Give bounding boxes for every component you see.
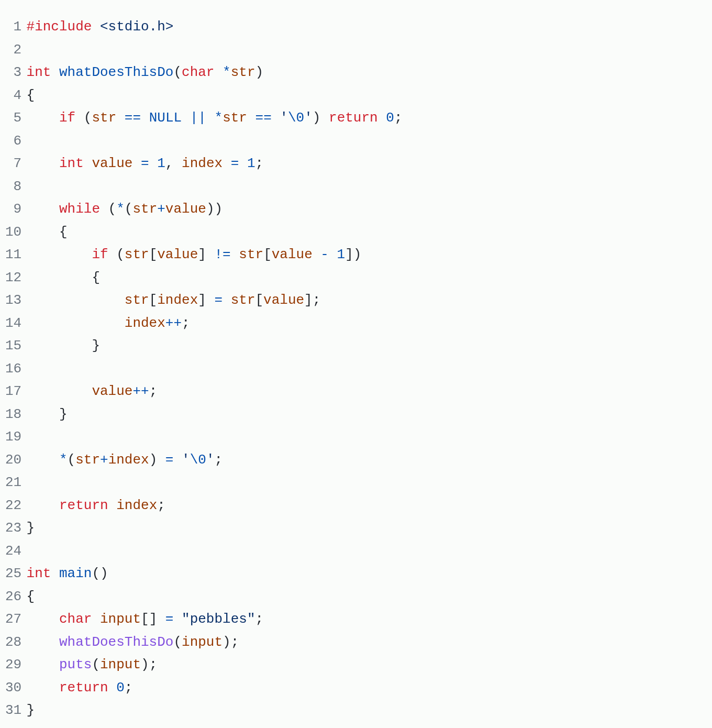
code-line: 24 xyxy=(5,540,707,563)
code-token xyxy=(27,657,59,672)
code-token: = xyxy=(231,156,239,171)
line-number: 24 xyxy=(5,540,21,563)
code-token: ); xyxy=(222,634,239,650)
code-token: = xyxy=(141,156,149,171)
code-token: { xyxy=(27,87,35,103)
code-token: != xyxy=(214,247,230,262)
code-token: { xyxy=(27,589,35,604)
line-number: 28 xyxy=(5,631,21,654)
line-number: 13 xyxy=(5,289,21,312)
code-token: str xyxy=(231,64,255,80)
code-token: \0 xyxy=(288,110,304,126)
code-token xyxy=(173,452,182,468)
code-token: ; xyxy=(182,315,190,331)
code-token: str xyxy=(125,247,149,262)
code-token: ' xyxy=(182,452,190,468)
code-token: value xyxy=(263,292,304,308)
code-token: int xyxy=(27,64,51,80)
code-token: ] xyxy=(198,247,214,262)
code-token: index xyxy=(116,498,157,513)
code-line: 13 str[index] = str[value]; xyxy=(5,289,707,312)
code-line: 27 char input[] = "pebbles"; xyxy=(5,608,707,631)
code-line: 17 value++; xyxy=(5,380,707,403)
code-token: if xyxy=(92,247,108,262)
code-token xyxy=(173,611,182,627)
code-token: value xyxy=(157,247,198,262)
code-token: while xyxy=(59,201,100,217)
code-line: 23 } xyxy=(5,517,707,540)
code-token: ( xyxy=(75,110,92,126)
code-token xyxy=(27,315,125,331)
code-token xyxy=(206,110,215,126)
code-token: int xyxy=(27,566,51,581)
code-token: ; xyxy=(149,383,158,399)
code-token: , xyxy=(165,156,182,171)
code-token: main xyxy=(59,566,92,581)
code-line: 4 { xyxy=(5,84,707,107)
line-number: 7 xyxy=(5,152,21,175)
code-token: return xyxy=(59,680,108,696)
code-token: 1 xyxy=(337,247,346,262)
code-token xyxy=(92,611,100,627)
code-line: 15 } xyxy=(5,335,707,358)
code-token: () xyxy=(92,566,108,581)
code-token: * xyxy=(222,64,231,80)
code-line: 2 xyxy=(5,39,707,62)
code-token: value xyxy=(92,383,132,399)
line-number: 3 xyxy=(5,61,21,84)
code-token: str xyxy=(132,201,157,217)
code-token: input xyxy=(100,611,141,627)
code-token: \0 xyxy=(190,452,206,468)
line-number: 27 xyxy=(5,608,21,631)
code-token: ; xyxy=(157,498,165,513)
code-token: str xyxy=(125,292,149,308)
line-number: 25 xyxy=(5,562,21,586)
code-token: ++ xyxy=(132,383,149,399)
code-token: index xyxy=(125,315,165,331)
code-token: <stdio.h> xyxy=(100,19,173,35)
code-token: [ xyxy=(263,247,272,262)
line-number: 17 xyxy=(5,380,21,403)
code-token: value xyxy=(272,247,313,262)
code-token: 1 xyxy=(247,156,255,171)
code-token: { xyxy=(27,270,100,285)
code-token: + xyxy=(157,201,165,217)
code-token: str xyxy=(92,110,116,126)
code-token: input xyxy=(100,657,141,672)
code-token xyxy=(27,498,59,513)
line-number: 12 xyxy=(5,267,21,290)
code-token xyxy=(108,680,117,696)
code-token: ( xyxy=(68,452,76,468)
code-token: ; xyxy=(255,156,264,171)
code-token: ; xyxy=(125,680,133,696)
code-token xyxy=(92,19,100,35)
code-token: NULL xyxy=(149,110,182,126)
code-token: { xyxy=(27,224,68,240)
line-number: 9 xyxy=(5,198,21,221)
code-token xyxy=(27,680,59,696)
code-token: * xyxy=(215,110,223,126)
code-line: 8 xyxy=(5,175,707,198)
code-line: 6 xyxy=(5,130,707,153)
code-line: 28 whatDoesThisDo(input); xyxy=(5,631,707,654)
code-line: 20 *(str+index) = '\0'; xyxy=(5,449,707,472)
code-line: 9 while (*(str+value)) xyxy=(5,198,707,221)
code-token xyxy=(149,156,158,171)
code-token: str xyxy=(222,110,247,126)
code-token: whatDoesThisDo xyxy=(59,64,173,80)
code-token xyxy=(84,156,92,171)
line-number: 19 xyxy=(5,426,21,449)
code-line: 30 return 0; xyxy=(5,677,707,700)
code-token: == xyxy=(125,110,141,126)
code-token: ( xyxy=(108,247,125,262)
code-token: 0 xyxy=(386,110,394,126)
code-token xyxy=(27,110,59,126)
code-token xyxy=(51,64,59,80)
code-token: - xyxy=(320,247,329,262)
code-token: return xyxy=(329,110,378,126)
code-token: puts xyxy=(59,657,92,672)
code-token: index xyxy=(157,292,198,308)
code-token: str xyxy=(231,292,255,308)
code-token: whatDoesThisDo xyxy=(59,634,173,650)
code-token: if xyxy=(59,110,75,126)
